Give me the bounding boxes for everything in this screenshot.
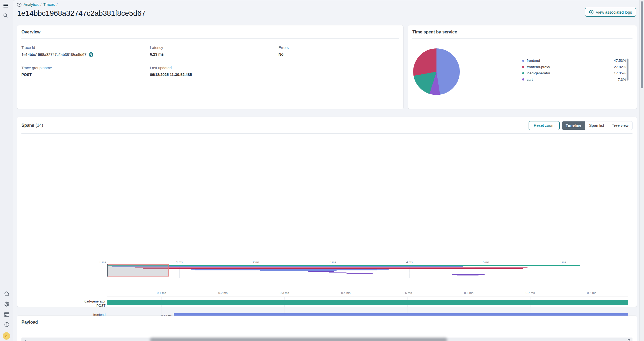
minimap-span-bar [143, 268, 523, 269]
left-nav-rail [0, 0, 13, 341]
legend-item[interactable]: load-generator17.35% [522, 70, 626, 76]
legend-percent: 47.53% [614, 59, 626, 63]
minimap-selection[interactable] [107, 264, 169, 277]
breadcrumb-link-analytics[interactable]: Analytics [24, 2, 39, 7]
legend-percent: 17.35% [614, 71, 626, 75]
minimap-axis-tick: 3 ms [330, 260, 336, 264]
time-spent-panel: Time spent by service frontend47.53%fron… [408, 25, 637, 109]
payload-title: Payload [21, 320, 632, 325]
spans-minimap[interactable]: 0 ms1 ms2 ms3 ms4 ms5 ms6 ms [107, 260, 628, 278]
field-label: Latency [150, 45, 278, 50]
span-service-name: load-generator [25, 300, 106, 304]
page-header: Analytics / Traces / 1e14bbc1968a32747c2… [17, 2, 636, 18]
field-value: POST [21, 72, 150, 77]
dev-tools-icon[interactable] [3, 311, 10, 318]
legend-color-dot [522, 78, 524, 81]
span-operation-name: POST [25, 304, 106, 308]
gear-icon[interactable] [3, 301, 10, 308]
field-label: Last updated [150, 66, 278, 70]
gantt-axis-tick: 0.5 ms [403, 291, 412, 294]
field-value: No [278, 52, 399, 56]
horizontal-scrollbar-thumb[interactable] [150, 338, 447, 341]
time-spent-title: Time spent by service [412, 30, 632, 35]
legend-color-dot [522, 60, 524, 62]
divider [412, 38, 632, 39]
app-root: a Analytics / Traces / 1e14bbc1968a32747… [0, 0, 644, 341]
overview-fields: Trace Id1e14bbc1968a32747c2ab381f8ce5d67… [17, 39, 403, 77]
overview-title: Overview [21, 30, 399, 35]
gantt-axis-tick: 0.1 ms [157, 291, 166, 294]
gantt-axis-tick: 0.3 ms [280, 291, 289, 294]
minimap-axis-tick: 6 ms [560, 260, 566, 264]
page-scrollbar-track[interactable] [639, 0, 644, 341]
minimap-axis-tick: 5 ms [483, 260, 489, 264]
minimap-span-bar [135, 267, 528, 268]
breadcrumb-separator: / [57, 2, 58, 7]
legend-scrollbar[interactable] [627, 59, 628, 81]
minimap-span-bar [329, 272, 347, 273]
divider [21, 133, 632, 134]
page-title: 1e14bbc1968a32747c2ab381f8ce5d67 [17, 9, 636, 18]
minimap-gridline [563, 265, 563, 278]
overview-field: Trace group namePOST [21, 66, 150, 77]
reset-zoom-button[interactable]: Reset zoom [529, 121, 559, 130]
legend-item[interactable]: frontend47.53% [522, 58, 626, 64]
info-icon[interactable] [3, 321, 10, 328]
overview-panel: Overview Trace Id1e14bbc1968a32747c2ab38… [17, 25, 403, 109]
service-pie-chart[interactable] [413, 48, 460, 95]
copy-icon[interactable] [89, 52, 93, 57]
breadcrumb: Analytics / Traces / [17, 2, 636, 7]
minimap-span-bar [308, 271, 334, 272]
search-icon[interactable] [2, 12, 9, 19]
view-associated-logs-button[interactable]: View associated logs [585, 8, 636, 17]
legend-service-name: load-generator [527, 71, 614, 75]
copy-icon[interactable] [627, 339, 630, 341]
divider [21, 332, 632, 332]
discover-compass-icon [589, 10, 594, 14]
gantt-span-bar[interactable] [107, 300, 628, 305]
pie-legend: frontend47.53%frontend-proxy27.82%load-g… [522, 58, 626, 83]
legend-percent: 27.82% [614, 65, 626, 69]
view-toggle-span-list[interactable]: Span list [585, 121, 608, 130]
field-value: 1e14bbc1968a32747c2ab381f8ce5d67 [21, 52, 150, 57]
view-toggle-tree-view[interactable]: Tree view [608, 121, 632, 130]
gantt-axis-tick: 0.7 ms [526, 291, 535, 294]
field-label: Trace Id [21, 45, 150, 50]
legend-item[interactable]: frontend-proxy27.82% [522, 64, 626, 70]
overview-field: ErrorsNo [278, 45, 399, 57]
payload-panel: Payload { [17, 316, 637, 341]
legend-percent: 7.3% [618, 78, 626, 82]
view-toggle-group: TimelineSpan listTree view [562, 121, 633, 130]
view-toggle-timeline[interactable]: Timeline [562, 121, 585, 130]
home-icon[interactable] [3, 290, 10, 297]
minimap-span-bar [457, 275, 479, 275]
menu-icon[interactable] [2, 2, 9, 9]
legend-item[interactable]: cart7.3% [522, 76, 626, 83]
field-label: Errors [278, 45, 399, 50]
minimap-span-bar [347, 273, 372, 274]
minimap-axis-tick: 0 ms [100, 260, 106, 264]
minimap-selection-handle[interactable] [107, 264, 108, 277]
overview-field: Trace Id1e14bbc1968a32747c2ab381f8ce5d67 [21, 45, 150, 57]
gantt-axis-tick: 0.8 ms [587, 291, 596, 294]
field-value: 6.23 ms [150, 52, 278, 56]
avatar[interactable]: a [3, 332, 10, 340]
breadcrumb-separator: / [40, 2, 42, 7]
overview-field: Latency6.23 ms [150, 45, 278, 57]
page-scrollbar-thumb[interactable] [641, 1, 643, 88]
overview-field: Last updated06/18/2025 11:30:52.485 [150, 66, 278, 77]
legend-color-dot [522, 72, 524, 74]
minimap-axis-tick: 4 ms [406, 260, 413, 264]
legend-service-name: frontend-proxy [527, 65, 614, 69]
minimap-axis-tick: 2 ms [253, 260, 259, 264]
minimap-gridline [486, 265, 486, 278]
gantt-axis-tick: 0.4 ms [341, 291, 351, 294]
breadcrumb-link-traces[interactable]: Traces [43, 2, 55, 7]
gantt-axis-line [107, 297, 628, 297]
legend-service-name: frontend [527, 59, 614, 63]
minimap-axis-tick: 1 ms [176, 260, 183, 264]
field-value: 06/18/2025 11:30:52.485 [150, 72, 278, 77]
gantt-axis-tick: 0.6 ms [464, 291, 473, 294]
clock-history-icon [17, 2, 22, 7]
spans-panel: Spans (14) Reset zoom TimelineSpan listT… [17, 117, 637, 307]
